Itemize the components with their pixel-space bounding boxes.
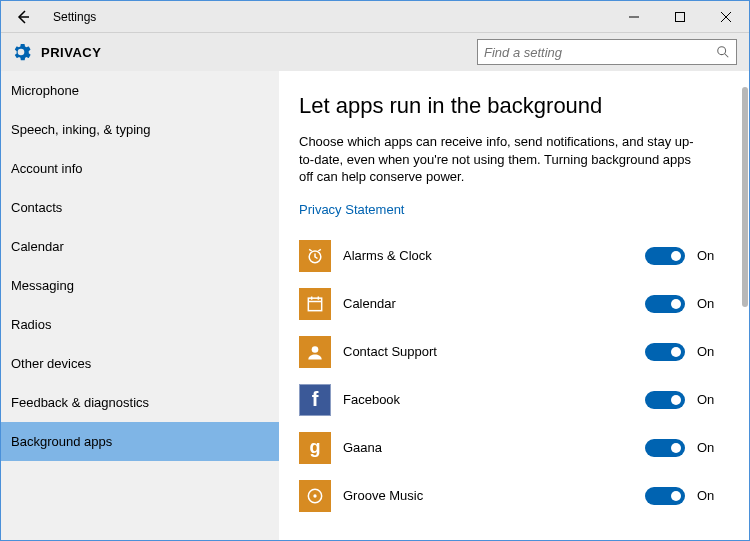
privacy-statement-link[interactable]: Privacy Statement [299, 202, 405, 217]
page-heading: Let apps run in the background [299, 93, 727, 119]
app-name-label: Alarms & Clock [343, 248, 645, 263]
maximize-icon [675, 12, 685, 22]
category-title: PRIVACY [41, 45, 101, 60]
scroll-thumb[interactable] [742, 87, 748, 307]
sidebar-item[interactable]: Microphone [1, 71, 279, 110]
sidebar-item[interactable]: Radios [1, 305, 279, 344]
sidebar: MicrophoneSpeech, inking, & typingAccoun… [1, 71, 279, 540]
toggle-switch[interactable] [645, 391, 685, 409]
sidebar-item[interactable]: Calendar [1, 227, 279, 266]
sidebar-item[interactable]: Background apps [1, 422, 279, 461]
sidebar-item[interactable]: Feedback & diagnostics [1, 383, 279, 422]
toggle-state-label: On [697, 488, 727, 503]
toggle-state-label: On [697, 440, 727, 455]
toggle-knob [671, 395, 681, 405]
app-name-label: Facebook [343, 392, 645, 407]
toggle-knob [671, 347, 681, 357]
toggle-switch[interactable] [645, 247, 685, 265]
minimize-button[interactable] [611, 1, 657, 33]
person-icon [299, 336, 331, 368]
toggle-switch[interactable] [645, 343, 685, 361]
search-icon [716, 45, 730, 59]
sidebar-item[interactable]: Speech, inking, & typing [1, 110, 279, 149]
close-button[interactable] [703, 1, 749, 33]
minimize-icon [629, 12, 639, 22]
app-row: Alarms & ClockOn [299, 233, 727, 279]
app-row: fFacebookOn [299, 377, 727, 423]
app-name-label: Calendar [343, 296, 645, 311]
toggle-knob [671, 491, 681, 501]
toggle-knob [671, 443, 681, 453]
svg-point-1 [718, 47, 726, 55]
maximize-button[interactable] [657, 1, 703, 33]
close-icon [721, 12, 731, 22]
music-icon [299, 480, 331, 512]
content-pane: Let apps run in the background Choose wh… [279, 71, 749, 540]
app-row: Contact SupportOn [299, 329, 727, 375]
sidebar-item[interactable]: Other devices [1, 344, 279, 383]
page-description: Choose which apps can receive info, send… [299, 133, 699, 186]
app-name-label: Gaana [343, 440, 645, 455]
app-name-label: Groove Music [343, 488, 645, 503]
toggle-state-label: On [697, 392, 727, 407]
window-title: Settings [53, 10, 96, 24]
app-row: Groove MusicOn [299, 473, 727, 519]
toggle-knob [671, 299, 681, 309]
fb-icon: f [299, 384, 331, 416]
titlebar: Settings [1, 1, 749, 33]
toggle-switch[interactable] [645, 295, 685, 313]
app-name-label: Contact Support [343, 344, 645, 359]
sidebar-item[interactable]: Contacts [1, 188, 279, 227]
svg-rect-0 [676, 12, 685, 21]
gear-icon [11, 42, 31, 62]
search-input[interactable] [484, 45, 716, 60]
sidebar-item[interactable]: Account info [1, 149, 279, 188]
svg-rect-3 [308, 298, 321, 311]
search-box[interactable] [477, 39, 737, 65]
app-row: CalendarOn [299, 281, 727, 327]
svg-point-6 [313, 494, 316, 497]
back-arrow-icon [15, 9, 31, 25]
alarm-icon [299, 240, 331, 272]
toggle-state-label: On [697, 296, 727, 311]
g-icon: g [299, 432, 331, 464]
header: PRIVACY [1, 33, 749, 71]
back-button[interactable] [9, 3, 37, 31]
sidebar-item[interactable]: Messaging [1, 266, 279, 305]
toggle-state-label: On [697, 344, 727, 359]
toggle-knob [671, 251, 681, 261]
scrollbar[interactable] [735, 71, 749, 540]
calendar-icon [299, 288, 331, 320]
svg-point-4 [312, 346, 319, 353]
toggle-state-label: On [697, 248, 727, 263]
toggle-switch[interactable] [645, 439, 685, 457]
app-row: gGaanaOn [299, 425, 727, 471]
toggle-switch[interactable] [645, 487, 685, 505]
